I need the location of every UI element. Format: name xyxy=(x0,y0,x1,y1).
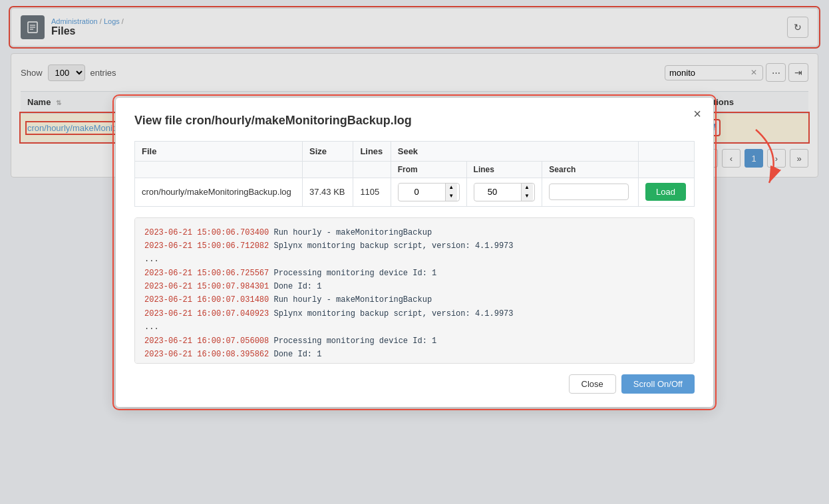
modal-col-file: File xyxy=(135,141,303,161)
modal-file-size: 37.43 KB xyxy=(302,178,353,188)
seek-action-header xyxy=(638,161,694,178)
modal-title: View file cron/hourly/makeMonitoringBack… xyxy=(134,114,695,128)
modal-col-size: Size xyxy=(302,141,353,161)
modal-file-table: File Size Lines Seek From Lines Search xyxy=(134,141,695,189)
seek-lines-header: Lines xyxy=(466,161,542,178)
seek-from-header: From xyxy=(391,161,466,178)
modal-header-row: File Size Lines Seek xyxy=(135,141,695,161)
modal-file-name: cron/hourly/makeMonitoringBackup.log xyxy=(135,178,303,188)
modal-load-cell: Load xyxy=(638,178,694,188)
seek-from-input[interactable] xyxy=(399,184,445,188)
seek-from-spinners: ▲ ▼ xyxy=(445,184,457,189)
seek-filler2 xyxy=(302,161,353,178)
load-button[interactable]: Load xyxy=(645,183,686,188)
seek-search-input[interactable] xyxy=(549,184,629,188)
modal-close-button[interactable]: × xyxy=(693,107,701,120)
modal-overlay: View file cron/hourly/makeMonitoringBack… xyxy=(0,0,829,188)
seek-from-spinner: ▲ ▼ xyxy=(398,183,460,189)
modal-file-lines: 1105 xyxy=(353,178,391,188)
modal-col-lines: Lines xyxy=(353,141,391,161)
seek-filler1 xyxy=(135,161,303,178)
seek-lines-spinner: ▲ ▼ xyxy=(474,183,536,189)
modal-seek-lines-cell: ▲ ▼ xyxy=(466,178,542,188)
seek-lines-up[interactable]: ▲ xyxy=(521,184,533,189)
modal-seek-sub-header: From Lines Search xyxy=(135,161,695,178)
seek-filler3 xyxy=(353,161,391,178)
modal-file-row: cron/hourly/makeMonitoringBackup.log 37.… xyxy=(135,178,695,188)
seek-lines-input[interactable] xyxy=(474,184,521,188)
modal-seek-from-cell: ▲ ▼ xyxy=(391,178,466,188)
modal-col-seek: Seek xyxy=(391,141,638,161)
modal-seek-search-cell xyxy=(542,178,639,188)
modal-col-blank xyxy=(638,141,694,161)
seek-from-up[interactable]: ▲ xyxy=(445,184,457,189)
seek-lines-spinners: ▲ ▼ xyxy=(521,184,533,189)
seek-search-header: Search xyxy=(542,161,639,178)
view-file-modal: View file cron/hourly/makeMonitoringBack… xyxy=(115,97,714,189)
